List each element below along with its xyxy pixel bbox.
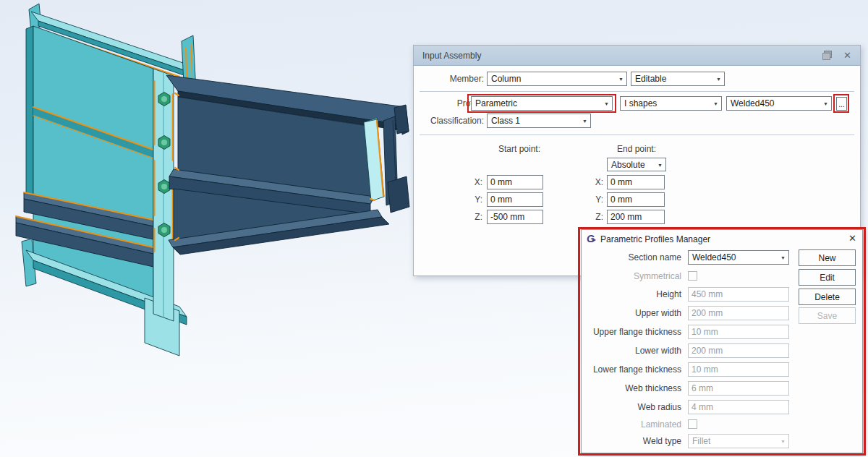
delete-button[interactable]: Delete: [799, 289, 856, 305]
web-radius-label: Web radius: [582, 400, 681, 414]
column-far-flange-edge: [26, 26, 33, 213]
member-mode-select[interactable]: Editable ▼: [631, 72, 725, 86]
dialog-title: Input Assembly: [422, 51, 481, 61]
end-point-mode-select[interactable]: Absolute ▼: [607, 158, 666, 171]
new-button[interactable]: New: [799, 249, 856, 266]
profile-manager-ellipsis-button[interactable]: ...: [836, 97, 847, 111]
upper-width-label: Upper width: [582, 306, 681, 320]
symmetrical-checkbox[interactable]: [688, 271, 697, 281]
chevron-down-icon: ▼: [780, 255, 786, 260]
splice-bottom-tip: [388, 176, 409, 213]
lower-width-label: Lower width: [582, 343, 681, 358]
bolt: [158, 180, 170, 194]
lower-flange-thickness-label: Lower flange thickness: [582, 362, 681, 377]
pin-panel-icon[interactable]: [822, 51, 834, 61]
start-x-input[interactable]: [487, 175, 543, 189]
dialog-title: Parametric Profiles Manager: [600, 234, 710, 244]
profile-section-select[interactable]: Welded450 ▼: [726, 96, 832, 111]
edit-button[interactable]: Edit: [799, 269, 856, 286]
weld-type-select[interactable]: Fillet ▼: [688, 434, 789, 448]
upper-width-input[interactable]: [688, 306, 789, 320]
close-icon[interactable]: ✕: [848, 234, 856, 244]
end-x-input[interactable]: [607, 175, 665, 189]
chevron-down-icon: ▼: [582, 119, 587, 124]
lower-flange-thickness-input[interactable]: [688, 362, 789, 377]
lower-width-input[interactable]: [688, 343, 789, 358]
steel-connection-model: [0, 0, 434, 457]
save-button[interactable]: Save: [799, 307, 856, 324]
separator: [420, 91, 854, 92]
chevron-down-icon: ▼: [780, 439, 786, 444]
height-input[interactable]: [688, 287, 789, 302]
end-x-label: X:: [578, 175, 603, 189]
web-thickness-input[interactable]: [688, 381, 789, 396]
end-z-label: Z:: [578, 210, 603, 224]
classification-select[interactable]: Class 1 ▼: [487, 114, 591, 128]
chevron-down-icon: ▼: [604, 101, 609, 106]
start-y-input[interactable]: [487, 192, 543, 207]
upper-flange-thickness-input[interactable]: [688, 325, 789, 339]
laminated-checkbox[interactable]: [688, 419, 697, 429]
classification-label: Classification:: [417, 114, 484, 128]
height-label: Height: [582, 287, 681, 302]
separator: [420, 134, 854, 135]
model-3d-viewport[interactable]: [0, 0, 434, 457]
bolt: [158, 136, 170, 150]
input-assembly-titlebar[interactable]: Input Assembly ✕: [414, 46, 860, 66]
splice-top-tip: [394, 105, 409, 134]
end-y-label: Y:: [578, 192, 603, 207]
start-z-input[interactable]: [487, 210, 543, 224]
end-y-input[interactable]: [607, 192, 665, 207]
weld-type-label: Weld type: [582, 434, 681, 448]
member-select[interactable]: Column ▼: [487, 72, 627, 86]
upper-flange-thickness-label: Upper flange thickness: [582, 325, 681, 339]
start-z-label: Z:: [457, 210, 482, 224]
end-point-heading: End point:: [605, 142, 668, 156]
chevron-down-icon: ▼: [658, 162, 663, 167]
start-y-label: Y:: [457, 192, 482, 207]
chevron-down-icon: ▼: [823, 101, 828, 106]
end-z-input[interactable]: [607, 210, 665, 224]
bolt: [158, 93, 170, 106]
chevron-down-icon: ▼: [713, 101, 718, 106]
start-x-label: X:: [457, 175, 482, 189]
chevron-down-icon: ▼: [716, 77, 721, 82]
parametric-profiles-manager-dialog: G Parametric Profiles Manager ✕ Section …: [581, 229, 863, 453]
chevron-down-icon: ▼: [618, 77, 624, 82]
start-point-heading: Start point:: [487, 142, 552, 156]
member-label: Member:: [417, 72, 484, 86]
symmetrical-label: Symmetrical: [582, 269, 681, 283]
graitec-logo-icon: G: [587, 233, 598, 244]
profile-type-select[interactable]: Parametric ▼: [471, 96, 613, 111]
web-radius-input[interactable]: [688, 400, 789, 414]
profile-shape-select[interactable]: I shapes ▼: [620, 96, 722, 111]
laminated-label: Laminated: [582, 417, 681, 432]
section-name-label: Section name: [582, 250, 681, 265]
web-thickness-label: Web thickness: [582, 381, 681, 396]
app-canvas: { "colors": { "highlight_red": "#c9201d"…: [0, 0, 868, 457]
bolt: [158, 223, 170, 237]
close-icon[interactable]: ✕: [843, 51, 851, 61]
section-name-select[interactable]: Welded450 ▼: [688, 250, 789, 265]
